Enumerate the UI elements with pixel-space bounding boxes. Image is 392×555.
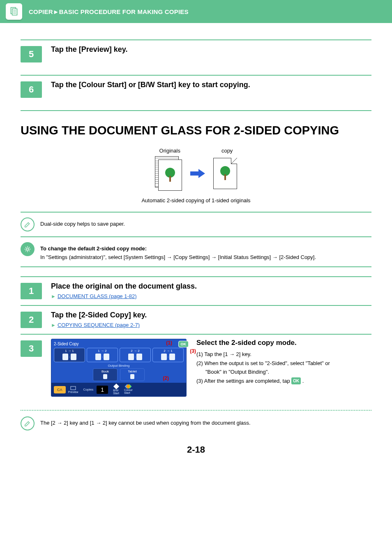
breadcrumb: COPIER►BASIC PROCEDURE FOR MAKING COPIES: [29, 8, 189, 15]
gear-note-icon: [21, 242, 35, 256]
step-number: 1: [21, 283, 42, 299]
desc-line-2: (2) When the output is set to "2-Sided",…: [196, 359, 330, 368]
breadcrumb-page[interactable]: BASIC PROCEDURE FOR MAKING COPIES: [59, 8, 189, 15]
diagram-originals-label: Originals: [159, 148, 180, 154]
svg-rect-9: [224, 174, 226, 180]
step-6: 6 Tap the [Colour Start] or [B/W Start] …: [21, 76, 371, 110]
step-1-title: Place the original on the document glass…: [51, 281, 197, 291]
desc-line-1: (1) Tap the [1 → 2] key.: [196, 350, 330, 358]
copier-glyph-icon: [9, 6, 19, 17]
footnote-text: The [2 → 2] key and [1 → 2] key cannot b…: [40, 416, 251, 427]
preview-button[interactable]: Preview: [68, 386, 78, 393]
desc-line-2b: "Book" in "Output Binding".: [196, 368, 330, 376]
duplex-output-icon: [213, 158, 237, 189]
binding-tablet[interactable]: Tablet: [120, 368, 145, 381]
paper-saving-note: Dual-side copy helps to save paper.: [21, 213, 371, 236]
note2-body: In "Settings (administrator)", select [S…: [40, 253, 316, 261]
two-sided-copy-panel: 2-Sided Copy 1 → 1· 1 → 2· 2 → 2· 2 → 1·…: [51, 339, 187, 397]
svg-rect-11: [71, 386, 76, 390]
step-3-heading: Select the 2-sided copy mode.: [196, 339, 330, 347]
copier-icon: [6, 3, 22, 20]
step-2: 2 Tap the [2-Sided Copy] key. ►COPYING S…: [21, 306, 371, 334]
svg-rect-6: [169, 176, 171, 182]
arrow-right-icon: [190, 169, 205, 178]
note2-title: To change the default 2-sided copy mode:: [40, 245, 316, 253]
header-bar: COPIER►BASIC PROCEDURE FOR MAKING COPIES: [0, 0, 392, 23]
step-1: 1 Place the original on the document gla…: [21, 277, 371, 305]
step-3-description: Select the 2-sided copy mode. (1) Tap th…: [196, 339, 330, 386]
option-2-to-1[interactable]: 2 → 1·: [152, 348, 184, 362]
breadcrumb-section[interactable]: COPIER: [29, 8, 53, 15]
option-1-to-2[interactable]: 1 → 2·: [87, 348, 118, 362]
pencil-note-icon: [21, 217, 35, 231]
ok-button[interactable]: OK: [178, 341, 189, 347]
callout-1: (1): [166, 340, 172, 346]
step-number: 3: [21, 340, 42, 357]
diagram-copy-label: copy: [221, 148, 233, 154]
output-binding-label: Output Binding: [54, 364, 184, 368]
link-bullet-icon: ►: [51, 294, 56, 299]
colour-start-button[interactable]: ColourStart: [124, 385, 133, 394]
copying-sequence-link[interactable]: COPYING SEQUENCE (page 2-7): [58, 322, 140, 328]
page-number: 2-18: [21, 444, 371, 455]
originals-stack-icon: [155, 156, 182, 191]
section-heading: USING THE DOCUMENT GLASS FOR 2-SIDED COP…: [21, 123, 371, 138]
default-mode-note: To change the default 2-sided copy mode:…: [21, 237, 371, 266]
step-5: 5 Tap the [Preview] key.: [21, 40, 371, 75]
document-glass-link[interactable]: DOCUMENT GLASS (page 1-82): [58, 293, 137, 299]
link-bullet-icon: ►: [51, 322, 56, 328]
svg-marker-7: [190, 169, 205, 178]
duplex-diagram: Originals copy Automatic 2-sided copying…: [21, 148, 371, 204]
pencil-note-icon: [21, 416, 35, 430]
option-1-to-1[interactable]: 1 → 1·: [54, 348, 85, 362]
bw-start-button[interactable]: B/WStart: [113, 384, 119, 395]
note-text: Dual-side copy helps to save paper.: [40, 217, 125, 228]
ok-inline-icon: OK: [291, 377, 301, 384]
footnote: The [2 → 2] key and [1 → 2] key cannot b…: [21, 415, 371, 430]
binding-book[interactable]: Book: [93, 368, 118, 381]
step-6-title: Tap the [Colour Start] or [B/W Start] ke…: [51, 80, 250, 90]
svg-point-10: [26, 248, 28, 250]
breadcrumb-sep: ►: [53, 8, 59, 15]
step-2-title: Tap the [2-Sided Copy] key.: [51, 310, 147, 320]
callout-2: (2): [163, 375, 169, 381]
callout-3: (3): [190, 348, 196, 354]
step-number: 6: [21, 81, 42, 98]
step-5-title: Tap the [Preview] key.: [51, 44, 127, 55]
step-number: 2: [21, 312, 42, 328]
step-3: 3 2-Sided Copy 1 → 1· 1 → 2· 2 → 2· 2 → …: [21, 335, 371, 404]
copies-label: Copies: [83, 388, 93, 391]
desc-line-3: (3) After the settings are completed, ta…: [196, 377, 330, 385]
ca-button[interactable]: CA: [54, 386, 66, 393]
diagram-caption: Automatic 2-sided copying of 1-sided ori…: [141, 197, 250, 204]
step-number: 5: [21, 46, 42, 62]
panel-title: 2-Sided Copy: [54, 342, 184, 346]
option-2-to-2[interactable]: 2 → 2·: [120, 348, 151, 362]
copies-value[interactable]: 1: [97, 386, 108, 394]
